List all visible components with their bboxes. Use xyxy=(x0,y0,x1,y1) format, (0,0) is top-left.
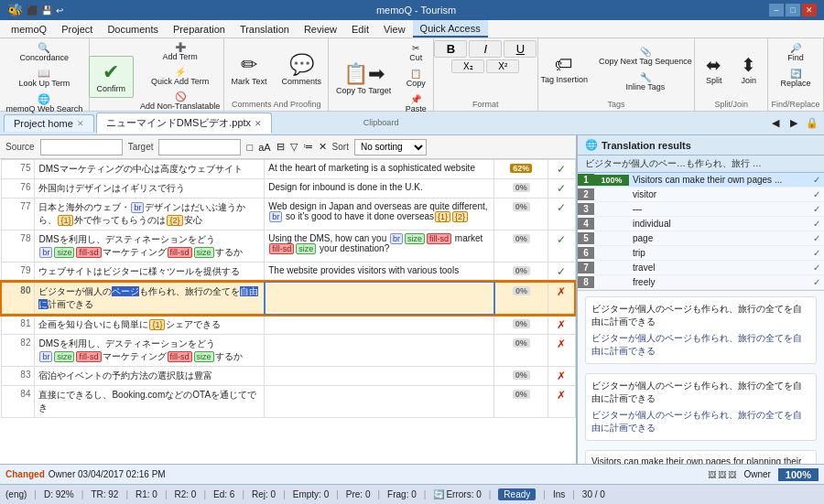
target-cell[interactable]: Web design in Japan and overseas are qui… xyxy=(265,198,494,231)
copy-to-target-button[interactable]: 📋➡ Copy To Target xyxy=(330,58,397,100)
filter-list-icon[interactable]: ≔ xyxy=(303,141,313,153)
info-bar: Changed Owner 03/04/2017 02:16 PM 🖼 🖼 🖼 … xyxy=(0,464,824,484)
result-item[interactable]: 4 individual ✓ xyxy=(578,217,824,231)
italic-button[interactable]: I xyxy=(469,40,502,58)
concordance-block: Visitors can make their own pages for pl… xyxy=(585,450,817,464)
filter-clear-icon[interactable]: ✕ xyxy=(319,141,327,153)
target-cell-active[interactable] xyxy=(265,282,494,315)
lookup-term-button[interactable]: 📖 Look Up Term xyxy=(1,66,87,91)
web-search-button[interactable]: 🌐 memoQ Web Search xyxy=(1,91,87,116)
result-item[interactable]: 5 page ✓ xyxy=(578,231,824,246)
menu-preparation[interactable]: Preparation xyxy=(166,20,233,38)
translation-table: 75 DMSマーケティングの中心は高度なウェブサイト At the heart … xyxy=(0,159,576,464)
underline-button[interactable]: U xyxy=(504,40,537,58)
comments-button[interactable]: 💬 Comments xyxy=(275,48,328,91)
tab-document[interactable]: ニューマインドDMSビデオ.pptx ✕ xyxy=(96,113,272,134)
result-item[interactable]: 8 freely ✓ xyxy=(578,275,824,290)
result-item[interactable]: 3 — ✓ xyxy=(578,202,824,217)
replace-button[interactable]: 🔄 Replace xyxy=(776,66,816,91)
close-button[interactable]: ✕ xyxy=(802,4,817,16)
table-row[interactable]: 76 外国向けデザインはイギリスで行う Design for inbound i… xyxy=(1,179,575,198)
join-button[interactable]: ⬍ Join xyxy=(732,51,765,88)
find-button[interactable]: 🔎 Find xyxy=(779,40,812,65)
active-source-display: ビジターが個人のペー…も作られ、旅行 … xyxy=(578,155,824,173)
target-cell[interactable]: Design for inbound is done in the U.K. xyxy=(265,179,494,198)
ribbon-group-clipboard: 📋➡ Copy To Target ✂ Cut 📋 Copy 📌 Paste xyxy=(329,38,433,111)
nav-left-icon[interactable]: ◀ xyxy=(767,115,784,132)
mark-text-button[interactable]: ✏ Mark Text xyxy=(225,48,274,91)
table-row[interactable]: 84 直接にできるし、Booking.comなどのOTAを通じてでき 0% ✗ xyxy=(1,386,575,418)
tag-insertion-button[interactable]: 🏷 Tag Insertion xyxy=(536,51,592,87)
target-cell[interactable]: The website provides visitors with vario… xyxy=(265,263,494,283)
confirm-button[interactable]: ✔ Confirm xyxy=(89,56,135,98)
subscript-button[interactable]: X₂ xyxy=(451,59,484,73)
thumbnail-nav: 🖼 🖼 🖼 xyxy=(708,470,736,479)
inline-tags-button[interactable]: 🔧 Inline Tags xyxy=(594,70,697,94)
window-controls[interactable]: – □ ✕ xyxy=(769,4,817,16)
menu-memoq[interactable]: memoQ xyxy=(4,20,54,38)
table-row[interactable]: 75 DMSマーケティングの中心は高度なウェブサイト At the heart … xyxy=(1,160,575,179)
status-bar: (eng) | D: 92% | TR: 92 | R1: 0 | R2: 0 … xyxy=(0,484,824,504)
minimize-button[interactable]: – xyxy=(769,4,784,16)
ribbon-group-tags: 🏷 Tag Insertion 📎 Copy Next Tag Sequence… xyxy=(538,38,695,111)
table-row[interactable]: 77 日本と海外のウェブ・brデザインはだいぶ違うから、{1}外で作ってもらうの… xyxy=(1,198,575,231)
target-cell[interactable] xyxy=(265,335,494,367)
main-area: Source Target □ aA ⊟ ▽ ≔ ✕ Sort No sorti… xyxy=(0,135,824,464)
table-row[interactable]: 83 宿泊やイベントの予約方法の選択肢は豊富 0% ✗ xyxy=(1,367,575,386)
cut-button[interactable]: ✂ Cut xyxy=(399,40,432,65)
table-row[interactable]: 81 企画を知り合いにも簡単に{1}シェアできる 0% ✗ xyxy=(1,315,575,335)
menu-documents[interactable]: Documents xyxy=(100,20,166,38)
menu-review[interactable]: Review xyxy=(297,20,344,38)
sort-select[interactable]: No sorting By segment By status xyxy=(354,139,427,155)
table-row[interactable]: 79 ウェブサイトはビジターに様々ツールを提供する The website pr… xyxy=(1,263,575,283)
quick-add-term-button[interactable]: ⚡ Quick Add Term xyxy=(136,65,224,89)
result-item[interactable]: 6 trip ✓ xyxy=(578,246,824,261)
tab-close-document[interactable]: ✕ xyxy=(255,119,262,128)
target-cell[interactable] xyxy=(265,386,494,418)
table-row-active[interactable]: 80 ビジターが個人のページも作られ、旅行の全てを自由に計画できる 0% ✗ xyxy=(1,282,575,315)
target-cell[interactable]: At the heart of marketing is a sophistic… xyxy=(265,160,494,179)
copy-next-tag-button[interactable]: 📎 Copy Next Tag Sequence xyxy=(594,44,697,69)
results-panel: 🌐 Translation results ビジターが個人のペー…も作られ、旅行… xyxy=(577,135,824,464)
menu-edit[interactable]: Edit xyxy=(344,20,376,38)
menu-view[interactable]: View xyxy=(376,20,413,38)
filter-funnel-icon[interactable]: ▽ xyxy=(290,141,298,153)
source-filter-input[interactable] xyxy=(40,139,123,155)
match-pct-badge: 100% xyxy=(594,175,629,186)
lookup-icon: 📖 xyxy=(38,69,50,79)
lock-icon[interactable]: 🔒 xyxy=(804,115,820,132)
concordance-button[interactable]: 🔍 Concordance xyxy=(1,40,87,65)
menu-translation[interactable]: Translation xyxy=(233,20,297,38)
segment-table: 75 DMSマーケティングの中心は高度なウェブサイト At the heart … xyxy=(0,159,576,418)
nav-right-icon[interactable]: ▶ xyxy=(786,115,802,132)
result-item[interactable]: 2 visitor ✓ xyxy=(578,188,824,202)
target-cell[interactable]: Using the DMS, how can you brsizefill-sd… xyxy=(265,231,494,263)
filter-grid-icon[interactable]: ⊟ xyxy=(276,141,285,153)
filter-case-icon[interactable]: aA xyxy=(258,142,270,153)
bold-button[interactable]: B xyxy=(434,40,467,58)
copy-button[interactable]: 📋 Copy xyxy=(399,66,432,91)
add-term-button[interactable]: ➕ Add Term xyxy=(136,40,224,64)
target-filter-input[interactable] xyxy=(158,139,241,155)
superscript-button[interactable]: X² xyxy=(486,59,519,73)
result-item[interactable]: 1 100% Visitors can make their own pages… xyxy=(578,173,824,188)
concordance-area: ビジターが個人のページも作られ、旅行の全てを自由に計画できる ビジターが個人のペ… xyxy=(578,291,824,464)
target-cell[interactable] xyxy=(265,315,494,335)
paste-button[interactable]: 📌 Paste xyxy=(399,91,432,116)
add-non-translatable-button[interactable]: 🚫 Add Non-Translatable xyxy=(136,90,224,113)
target-cell[interactable] xyxy=(265,367,494,386)
maximize-button[interactable]: □ xyxy=(786,4,800,16)
ready-badge: Ready xyxy=(498,488,536,500)
source-cell: 宿泊やイベントの予約方法の選択肢は豊富 xyxy=(35,367,265,386)
table-row[interactable]: 78 DMSを利用し、デスティネーションをどうbrsizefill-sdマーケテ… xyxy=(1,231,575,263)
non-trans-icon: 🚫 xyxy=(175,92,186,102)
split-button[interactable]: ⬌ Split xyxy=(698,51,731,88)
menu-project[interactable]: Project xyxy=(54,20,100,38)
source-cell: ウェブサイトはビジターに様々ツールを提供する xyxy=(35,263,265,283)
tab-project-home[interactable]: Project home ✕ xyxy=(4,114,94,132)
result-item[interactable]: 7 travel ✓ xyxy=(578,261,824,275)
table-row[interactable]: 82 DMSを利用し、デスティネーションをどうbrsizefill-sdマーケテ… xyxy=(1,335,575,367)
source-cell: 直接にできるし、Booking.comなどのOTAを通じてでき xyxy=(35,386,265,418)
menu-quick-access[interactable]: Quick Access xyxy=(413,20,488,38)
lang-display: (eng) xyxy=(5,489,27,499)
